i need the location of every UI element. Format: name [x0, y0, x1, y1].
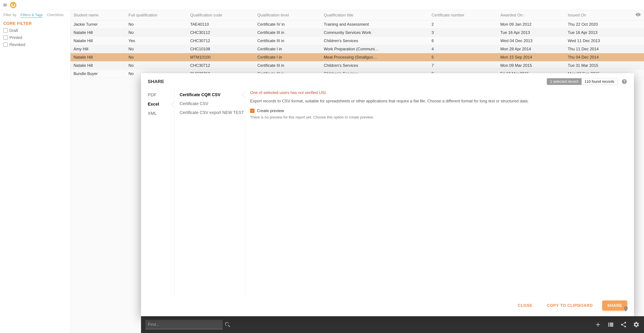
checkbox-icon[interactable]: [3, 42, 8, 47]
cell-code: CHC10108: [187, 45, 254, 53]
col-awarded-on[interactable]: Awarded On↑: [497, 10, 565, 20]
share-modal-body: PDF Excel XML Certificate CQR CSV Certif…: [141, 87, 634, 296]
col-full-qualification[interactable]: Full qualification: [126, 10, 187, 20]
eye-icon[interactable]: [635, 12, 641, 18]
cell-full: No: [126, 20, 187, 28]
logo: ishonCourse: [10, 2, 18, 8]
col-issued-on[interactable]: Issued On: [565, 10, 632, 20]
list-view-icon[interactable]: [608, 321, 614, 328]
export-type-csv-new-test[interactable]: Certificate CSV export NEW TEST: [180, 108, 245, 117]
map-pin-icon[interactable]: [623, 305, 629, 313]
col-visibility: [632, 10, 644, 20]
filter-by-label: Filter by: [3, 13, 16, 17]
table-row[interactable]: Natalie HillNoCHC30112Certificate III in…: [70, 28, 644, 37]
cell-spacer: [632, 28, 644, 37]
cell-issued: Tue 16 Apr 2013: [565, 28, 632, 37]
filters-and-tags-tab[interactable]: Filters & Tags: [20, 13, 43, 18]
cell-full: No: [126, 28, 187, 37]
cell-num: 4: [428, 45, 497, 53]
cell-awarded: Mon 09 Jan 2012: [497, 20, 565, 28]
logo-mark-icon: [10, 2, 16, 8]
checklists-tab[interactable]: Checklists: [47, 13, 64, 17]
cell-title: Training and Assessment: [321, 20, 428, 28]
cell-level: Certificate III in: [254, 37, 321, 45]
share-modal: SHARE 1 selected record 110 found record…: [141, 73, 634, 316]
cell-level: Certificate III in: [254, 28, 321, 37]
cell-full: No: [126, 53, 187, 62]
cell-level: Certificate I in: [254, 53, 321, 62]
filter-draft-label: Draft: [10, 28, 18, 33]
cell-student: Bundle Buyer: [70, 70, 126, 78]
create-preview-checkbox[interactable]: Create preview: [250, 108, 627, 113]
search-input[interactable]: [146, 320, 222, 329]
settings-icon[interactable]: [633, 321, 640, 328]
record-scope-toggle: 1 selected record 110 found records: [547, 78, 618, 85]
cell-spacer: [632, 53, 644, 62]
hamburger-icon[interactable]: [3, 3, 8, 8]
col-qualification-code-label: Qualification code: [190, 13, 222, 17]
cell-code: CHC30712: [187, 62, 254, 70]
col-qualification-level[interactable]: Qualification level: [254, 10, 321, 20]
cell-title: Children's Services: [321, 62, 428, 70]
filter-revoked[interactable]: Revoked: [3, 42, 67, 47]
cell-code: MTM10100: [187, 53, 254, 62]
cell-level: Certificate III in: [254, 62, 321, 70]
col-certificate-number[interactable]: Certificate number: [428, 10, 497, 20]
format-excel[interactable]: Excel: [148, 100, 174, 109]
cell-spacer: [632, 20, 644, 28]
help-icon[interactable]: [622, 79, 627, 84]
export-type-column: Certificate CQR CSV Certificate CSV Cert…: [174, 89, 245, 296]
search-icon[interactable]: [224, 321, 231, 328]
cell-code: CHC30712: [187, 37, 254, 45]
cell-full: No: [126, 62, 187, 70]
format-pdf[interactable]: PDF: [148, 90, 174, 100]
cell-awarded: Tue 16 Apr 2013: [497, 28, 565, 37]
col-student-name[interactable]: Student name: [70, 10, 126, 20]
cell-spacer: [632, 62, 644, 70]
create-preview-label: Create preview: [257, 108, 284, 113]
table-header-row: Student name Full qualification Qualific…: [70, 10, 644, 20]
share-modal-title: SHARE: [148, 79, 164, 84]
share-modal-footer: CLOSE COPY TO CLIPBOARD SHARE: [141, 296, 634, 316]
pill-selected-records[interactable]: 1 selected record: [547, 78, 582, 85]
add-icon[interactable]: [595, 321, 601, 328]
checkbox-icon[interactable]: [3, 36, 8, 40]
export-format-column: PDF Excel XML: [148, 89, 174, 296]
cell-student: Natalie Hill: [70, 62, 126, 70]
cell-spacer: [632, 70, 644, 78]
table-row[interactable]: Natalie HillNoMTM10100Certificate I inMe…: [70, 53, 644, 62]
table-row[interactable]: Natalie HillYesCHC30712Certificate III i…: [70, 37, 644, 45]
cell-student: Jackie Turner: [70, 20, 126, 28]
cell-issued: Thu 22 Oct 2020: [565, 20, 632, 28]
col-certificate-number-label: Certificate number: [432, 13, 464, 17]
export-details-column: One of selected users has not verified U…: [245, 89, 627, 296]
close-button[interactable]: CLOSE: [513, 300, 538, 310]
col-qualification-title[interactable]: Qualification title: [321, 10, 428, 20]
format-xml[interactable]: XML: [148, 109, 174, 118]
col-qualification-code[interactable]: Qualification code: [187, 10, 254, 20]
cell-num: 7: [428, 62, 497, 70]
cell-awarded: Mon 28 Apr 2014: [497, 45, 565, 53]
cell-student: Natalie Hill: [70, 28, 126, 37]
checkbox-checked-icon[interactable]: [250, 108, 254, 113]
checkbox-icon[interactable]: [3, 28, 8, 33]
table-row[interactable]: Natalie HillNoCHC30712Certificate III in…: [70, 62, 644, 70]
export-type-cqr-csv[interactable]: Certificate CQR CSV: [180, 90, 245, 99]
cell-full: Yes: [126, 37, 187, 45]
table-row[interactable]: Jackie TurnerNoTAE40110Certificate IV in…: [70, 20, 644, 28]
table-row[interactable]: Amy HillNoCHC10108Certificate I inWork P…: [70, 45, 644, 53]
cell-num: 3: [428, 28, 497, 37]
sidebar: Filter by Filters & Tags Checklists CORE…: [0, 10, 70, 333]
share-icon[interactable]: [620, 321, 627, 328]
search-wrap: [146, 320, 231, 329]
export-type-csv[interactable]: Certificate CSV: [180, 99, 245, 108]
filter-printed[interactable]: Printed: [3, 35, 67, 40]
cell-issued: Thu 11 Dec 2014: [565, 45, 632, 53]
filter-draft[interactable]: Draft: [3, 28, 67, 33]
pill-found-records[interactable]: 110 found records: [582, 78, 618, 85]
filter-revoked-label: Revoked: [10, 42, 25, 47]
col-student-name-label: Student name: [74, 13, 98, 17]
copy-to-clipboard-button[interactable]: COPY TO CLIPBOARD: [542, 300, 598, 310]
cell-student: Amy Hill: [70, 45, 126, 53]
cell-code: CHC30112: [187, 28, 254, 37]
